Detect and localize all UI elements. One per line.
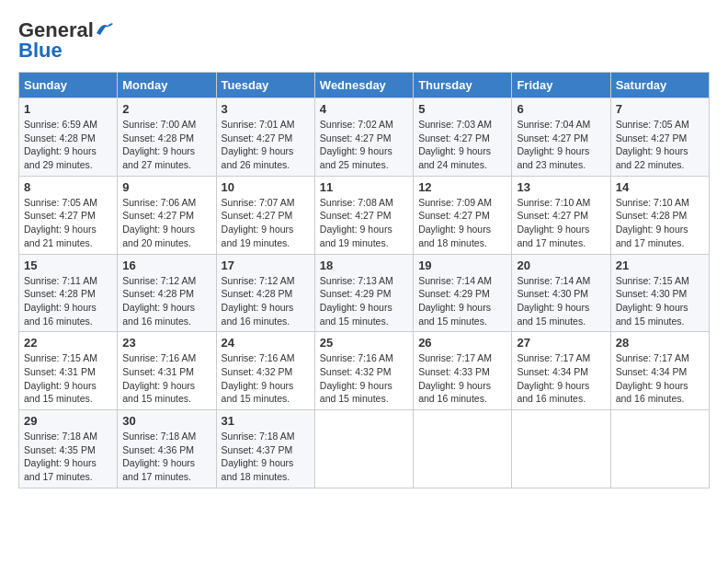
calendar-cell: 19 Sunrise: 7:14 AM Sunset: 4:29 PM Dayl… — [414, 254, 512, 332]
calendar-cell: 2 Sunrise: 7:00 AM Sunset: 4:28 PM Dayli… — [118, 98, 216, 177]
calendar-cell: 29 Sunrise: 7:18 AM Sunset: 4:35 PM Dayl… — [19, 410, 118, 488]
calendar-cell: 4 Sunrise: 7:02 AM Sunset: 4:27 PM Dayli… — [314, 98, 413, 177]
day-info: Sunrise: 7:17 AM Sunset: 4:34 PM Dayligh… — [616, 351, 704, 406]
day-info: Sunrise: 7:16 AM Sunset: 4:32 PM Dayligh… — [320, 351, 408, 406]
calendar-cell: 22 Sunrise: 7:15 AM Sunset: 4:31 PM Dayl… — [19, 332, 118, 410]
day-number: 7 — [616, 102, 704, 116]
calendar-cell: 14 Sunrise: 7:10 AM Sunset: 4:28 PM Dayl… — [610, 176, 709, 254]
day-info: Sunrise: 6:59 AM Sunset: 4:28 PM Dayligh… — [24, 118, 112, 172]
weekday-header-monday: Monday — [118, 73, 216, 98]
day-info: Sunrise: 7:02 AM Sunset: 4:27 PM Dayligh… — [320, 118, 408, 172]
day-number: 18 — [320, 259, 408, 272]
day-number: 23 — [122, 336, 210, 350]
day-number: 15 — [24, 259, 112, 272]
day-info: Sunrise: 7:17 AM Sunset: 4:34 PM Dayligh… — [517, 351, 605, 406]
calendar-cell: 7 Sunrise: 7:05 AM Sunset: 4:27 PM Dayli… — [610, 98, 709, 177]
calendar-table: SundayMondayTuesdayWednesdayThursdayFrid… — [18, 72, 710, 488]
day-number: 31 — [222, 414, 310, 428]
day-info: Sunrise: 7:15 AM Sunset: 4:30 PM Dayligh… — [616, 274, 704, 328]
day-info: Sunrise: 7:12 AM Sunset: 4:28 PM Dayligh… — [222, 274, 310, 328]
page-header: General Blue — [18, 18, 710, 63]
calendar-cell — [610, 410, 709, 488]
weekday-header-tuesday: Tuesday — [216, 73, 314, 98]
day-info: Sunrise: 7:06 AM Sunset: 4:27 PM Dayligh… — [122, 196, 210, 250]
calendar-week-1: 1 Sunrise: 6:59 AM Sunset: 4:28 PM Dayli… — [19, 98, 710, 177]
calendar-cell: 16 Sunrise: 7:12 AM Sunset: 4:28 PM Dayl… — [118, 254, 216, 332]
day-number: 2 — [122, 102, 210, 116]
calendar-cell — [512, 410, 610, 488]
day-info: Sunrise: 7:05 AM Sunset: 4:27 PM Dayligh… — [24, 196, 112, 250]
day-number: 16 — [122, 259, 210, 272]
calendar-cell: 28 Sunrise: 7:17 AM Sunset: 4:34 PM Dayl… — [610, 332, 709, 410]
day-info: Sunrise: 7:18 AM Sunset: 4:37 PM Dayligh… — [222, 430, 310, 484]
day-number: 12 — [418, 180, 506, 194]
day-info: Sunrise: 7:15 AM Sunset: 4:31 PM Dayligh… — [24, 351, 112, 406]
day-info: Sunrise: 7:05 AM Sunset: 4:27 PM Dayligh… — [616, 118, 704, 172]
day-number: 30 — [122, 414, 210, 428]
day-number: 6 — [517, 102, 605, 116]
calendar-week-4: 22 Sunrise: 7:15 AM Sunset: 4:31 PM Dayl… — [19, 332, 710, 410]
calendar-cell: 26 Sunrise: 7:17 AM Sunset: 4:33 PM Dayl… — [414, 332, 512, 410]
day-number: 28 — [616, 336, 704, 350]
calendar-cell: 8 Sunrise: 7:05 AM Sunset: 4:27 PM Dayli… — [19, 176, 118, 254]
weekday-header-thursday: Thursday — [414, 73, 512, 98]
calendar-cell — [314, 410, 413, 488]
calendar-week-5: 29 Sunrise: 7:18 AM Sunset: 4:35 PM Dayl… — [19, 410, 710, 488]
weekday-header-row: SundayMondayTuesdayWednesdayThursdayFrid… — [19, 73, 710, 98]
day-number: 8 — [24, 180, 112, 194]
day-info: Sunrise: 7:16 AM Sunset: 4:31 PM Dayligh… — [122, 351, 210, 406]
day-info: Sunrise: 7:13 AM Sunset: 4:29 PM Dayligh… — [320, 274, 408, 328]
calendar-cell: 30 Sunrise: 7:18 AM Sunset: 4:36 PM Dayl… — [118, 410, 216, 488]
day-info: Sunrise: 7:14 AM Sunset: 4:29 PM Dayligh… — [418, 274, 506, 328]
day-number: 10 — [222, 180, 310, 194]
calendar-cell: 31 Sunrise: 7:18 AM Sunset: 4:37 PM Dayl… — [216, 410, 314, 488]
calendar-cell: 27 Sunrise: 7:17 AM Sunset: 4:34 PM Dayl… — [512, 332, 610, 410]
calendar-cell: 1 Sunrise: 6:59 AM Sunset: 4:28 PM Dayli… — [19, 98, 118, 177]
day-info: Sunrise: 7:08 AM Sunset: 4:27 PM Dayligh… — [320, 196, 408, 250]
day-number: 25 — [320, 336, 408, 350]
calendar-cell: 17 Sunrise: 7:12 AM Sunset: 4:28 PM Dayl… — [216, 254, 314, 332]
calendar-cell: 11 Sunrise: 7:08 AM Sunset: 4:27 PM Dayl… — [314, 176, 413, 254]
weekday-header-friday: Friday — [512, 73, 610, 98]
day-number: 29 — [24, 414, 112, 428]
day-number: 22 — [24, 336, 112, 350]
day-info: Sunrise: 7:10 AM Sunset: 4:28 PM Dayligh… — [616, 196, 704, 250]
weekday-header-sunday: Sunday — [19, 73, 118, 98]
day-info: Sunrise: 7:04 AM Sunset: 4:27 PM Dayligh… — [517, 118, 605, 172]
day-number: 1 — [24, 102, 112, 116]
logo-blue: Blue — [18, 39, 63, 63]
logo: General Blue — [18, 18, 115, 63]
calendar-cell: 18 Sunrise: 7:13 AM Sunset: 4:29 PM Dayl… — [314, 254, 413, 332]
weekday-header-wednesday: Wednesday — [314, 73, 413, 98]
day-number: 27 — [517, 336, 605, 350]
calendar-cell: 25 Sunrise: 7:16 AM Sunset: 4:32 PM Dayl… — [314, 332, 413, 410]
calendar-cell: 6 Sunrise: 7:04 AM Sunset: 4:27 PM Dayli… — [512, 98, 610, 177]
day-number: 14 — [616, 180, 704, 194]
day-number: 4 — [320, 102, 408, 116]
day-info: Sunrise: 7:03 AM Sunset: 4:27 PM Dayligh… — [418, 118, 506, 172]
calendar-cell: 21 Sunrise: 7:15 AM Sunset: 4:30 PM Dayl… — [610, 254, 709, 332]
day-number: 3 — [222, 102, 310, 116]
calendar-cell: 20 Sunrise: 7:14 AM Sunset: 4:30 PM Dayl… — [512, 254, 610, 332]
calendar-cell: 3 Sunrise: 7:01 AM Sunset: 4:27 PM Dayli… — [216, 98, 314, 177]
day-number: 11 — [320, 180, 408, 194]
day-info: Sunrise: 7:17 AM Sunset: 4:33 PM Dayligh… — [418, 351, 506, 406]
calendar-cell: 5 Sunrise: 7:03 AM Sunset: 4:27 PM Dayli… — [414, 98, 512, 177]
day-info: Sunrise: 7:12 AM Sunset: 4:28 PM Dayligh… — [122, 274, 210, 328]
day-info: Sunrise: 7:09 AM Sunset: 4:27 PM Dayligh… — [418, 196, 506, 250]
day-number: 9 — [122, 180, 210, 194]
day-info: Sunrise: 7:16 AM Sunset: 4:32 PM Dayligh… — [222, 351, 310, 406]
day-info: Sunrise: 7:18 AM Sunset: 4:35 PM Dayligh… — [24, 430, 112, 484]
day-number: 5 — [418, 102, 506, 116]
day-info: Sunrise: 7:14 AM Sunset: 4:30 PM Dayligh… — [517, 274, 605, 328]
calendar-cell: 23 Sunrise: 7:16 AM Sunset: 4:31 PM Dayl… — [118, 332, 216, 410]
calendar-cell: 12 Sunrise: 7:09 AM Sunset: 4:27 PM Dayl… — [414, 176, 512, 254]
weekday-header-saturday: Saturday — [610, 73, 709, 98]
calendar-cell: 10 Sunrise: 7:07 AM Sunset: 4:27 PM Dayl… — [216, 176, 314, 254]
calendar-week-3: 15 Sunrise: 7:11 AM Sunset: 4:28 PM Dayl… — [19, 254, 710, 332]
day-number: 13 — [517, 180, 605, 194]
day-number: 24 — [222, 336, 310, 350]
calendar-cell: 9 Sunrise: 7:06 AM Sunset: 4:27 PM Dayli… — [118, 176, 216, 254]
calendar-week-2: 8 Sunrise: 7:05 AM Sunset: 4:27 PM Dayli… — [19, 176, 710, 254]
day-number: 19 — [418, 259, 506, 272]
